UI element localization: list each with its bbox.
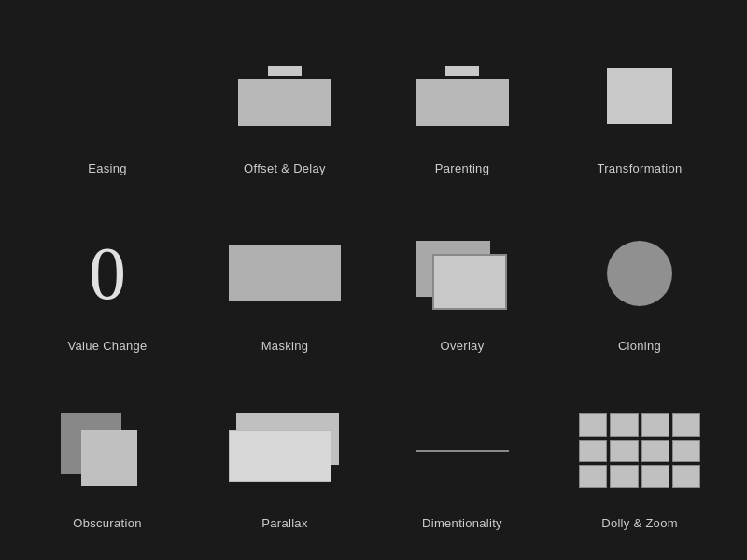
cell-value-change[interactable]: 0 Value Change — [23, 196, 191, 364]
cell-dimentionality[interactable]: Dimentionality — [378, 373, 546, 541]
parenting-icon — [397, 40, 528, 152]
dimentionality-label: Dimentionality — [422, 516, 502, 530]
value-change-label: Value Change — [67, 339, 147, 353]
cell-easing[interactable]: Easing — [23, 19, 191, 187]
main-grid: Easing Offset & Delay Parenting Transfor… — [5, 0, 742, 560]
cell-overlay[interactable]: Overlay — [378, 196, 546, 364]
offset-delay-label: Offset & Delay — [244, 161, 326, 175]
transformation-label: Transformation — [597, 161, 682, 175]
cell-offset-delay[interactable]: Offset & Delay — [201, 19, 369, 187]
overlay-label: Overlay — [441, 339, 485, 353]
cloning-label: Cloning — [618, 339, 661, 353]
dolly-zoom-icon — [574, 395, 705, 507]
parenting-label: Parenting — [435, 161, 489, 175]
easing-icon — [42, 40, 173, 152]
cloning-icon — [574, 217, 705, 329]
dimentionality-icon — [397, 395, 528, 507]
parallax-label: Parallax — [261, 516, 307, 530]
dolly-zoom-label: Dolly & Zoom — [601, 516, 678, 530]
cell-masking[interactable]: Masking — [201, 196, 369, 364]
masking-label: Masking — [261, 339, 309, 353]
cell-parenting[interactable]: Parenting — [378, 19, 546, 187]
value-change-icon: 0 — [42, 217, 173, 329]
cell-obscuration[interactable]: Obscuration — [23, 373, 191, 541]
offset-delay-icon — [219, 40, 350, 152]
parallax-icon — [219, 395, 350, 507]
masking-icon — [219, 217, 350, 329]
easing-label: Easing — [88, 161, 127, 175]
obscuration-label: Obscuration — [73, 516, 141, 530]
transformation-icon — [574, 40, 705, 152]
overlay-icon — [397, 217, 528, 329]
cell-dolly-zoom[interactable]: Dolly & Zoom — [556, 373, 724, 541]
cell-parallax[interactable]: Parallax — [201, 373, 369, 541]
cell-cloning[interactable]: Cloning — [556, 196, 724, 364]
obscuration-icon — [42, 395, 173, 507]
cell-transformation[interactable]: Transformation — [556, 19, 724, 187]
